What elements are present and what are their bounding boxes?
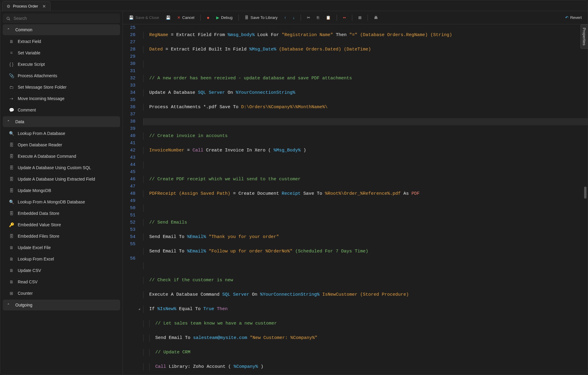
move-up-button[interactable]: ↑ xyxy=(282,14,289,21)
arrow-down-icon: ↓ xyxy=(293,15,295,20)
section-common[interactable]: ⌃ Common xyxy=(3,24,120,35)
sidebar-item-set-message-store[interactable]: 🗀Set Message Store Folder xyxy=(3,82,120,92)
svg-point-0 xyxy=(7,17,9,20)
tab-title: Process Order xyxy=(13,4,38,8)
library-icon: 🗄 xyxy=(245,15,249,20)
section-outgoing[interactable]: ⌃ Outgoing xyxy=(3,300,120,310)
gears-icon: ⚙ xyxy=(7,4,11,9)
sidebar-item-lookup-excel[interactable]: 🗎Lookup From Excel xyxy=(3,254,120,264)
save-icon: 💾 xyxy=(166,15,171,20)
comment-icon: 💬 xyxy=(9,108,14,112)
sidebar-item-update-db-sql[interactable]: 🗄Update A Database Using Custom SQL xyxy=(3,163,120,173)
sidebar-item-execute-script[interactable]: { }Execute Script xyxy=(3,59,120,69)
sidebar: ⌃ Common 🗎Extract Field =Set Variable { … xyxy=(0,11,123,375)
separator xyxy=(352,15,352,21)
database-icon: 🗄 xyxy=(9,165,14,170)
database-icon: 🗄 xyxy=(9,142,14,147)
section-data[interactable]: ⌃ Data xyxy=(3,116,120,127)
folder-icon: 🗀 xyxy=(9,85,14,90)
database-icon: 🗄 xyxy=(9,188,14,193)
save-button[interactable]: 💾 xyxy=(163,14,173,21)
sidebar-item-lookup-database[interactable]: 🔍Lookup From A Database xyxy=(3,128,120,139)
revert-icon: ↶ xyxy=(565,15,568,20)
search-icon: 🔍 xyxy=(9,131,14,136)
search-input[interactable] xyxy=(14,16,117,21)
sidebar-item-comment[interactable]: 💬Comment xyxy=(3,105,120,115)
document-icon: 🗎 xyxy=(9,39,14,44)
wrap-button[interactable]: ⊞ xyxy=(356,14,364,21)
sidebar-item-update-mongodb[interactable]: 🗄Update MongoDB xyxy=(3,185,120,196)
chevron-up-icon: ⌃ xyxy=(7,120,11,124)
record-button[interactable]: ● xyxy=(204,14,212,22)
breakpoint-button[interactable]: ▪▪ xyxy=(341,14,348,21)
save-library-button[interactable]: 🗄Save To Library xyxy=(242,14,280,21)
record-icon: ● xyxy=(207,15,210,20)
database-icon: 🗄 xyxy=(9,211,14,216)
csv-icon: 🗎 xyxy=(9,268,14,273)
excel-icon: 🗎 xyxy=(9,257,14,261)
sidebar-item-update-db-field[interactable]: 🗄Update A Database Using Extracted Field xyxy=(3,174,120,184)
copy-button[interactable]: ⎘ xyxy=(314,14,322,21)
paste-icon: 📋 xyxy=(326,15,331,20)
svg-line-1 xyxy=(9,19,10,20)
sidebar-item-execute-db-command[interactable]: 🗄Execute A Database Command xyxy=(3,151,120,161)
move-down-button[interactable]: ↓ xyxy=(290,14,297,21)
sidebar-item-counter[interactable]: ⊞Counter xyxy=(3,288,120,298)
fold-icon[interactable]: ◢ xyxy=(138,306,140,313)
tab-process-order[interactable]: ⚙ Process Order ✕ xyxy=(2,1,50,11)
paste-button[interactable]: 📋 xyxy=(323,14,333,21)
close-icon[interactable]: ✕ xyxy=(42,4,46,9)
debug-button[interactable]: ▶Debug xyxy=(214,14,235,21)
sidebar-item-embedded-files[interactable]: 🗄Embedded Files Store xyxy=(3,231,120,241)
code-area[interactable]: 2526272829303132333435363738394041424344… xyxy=(123,24,588,375)
save-icon: 💾 xyxy=(129,15,134,20)
chevron-up-icon: ⌃ xyxy=(7,28,11,32)
wrap-icon: ⊞ xyxy=(358,15,362,20)
separator xyxy=(238,15,239,21)
equals-icon: = xyxy=(9,50,14,55)
copy-icon: ⎘ xyxy=(317,15,319,20)
print-button[interactable]: 🖶 xyxy=(371,14,380,21)
scrollbar-thumb[interactable] xyxy=(584,187,586,199)
scissors-icon: ✂ xyxy=(307,15,310,20)
sidebar-item-process-attachments[interactable]: 📎Process Attachments xyxy=(3,71,120,81)
line-gutter: 2526272829303132333435363738394041424344… xyxy=(123,24,141,375)
excel-icon: 🗎 xyxy=(9,245,14,250)
code-content[interactable]: RegName = Extract Field From %msg_body% … xyxy=(141,24,588,375)
sidebar-item-embedded-value[interactable]: 🔑Embedded Value Store xyxy=(3,220,120,230)
sidebar-item-open-db-reader[interactable]: 🗄Open Database Reader xyxy=(3,140,120,150)
separator xyxy=(337,15,337,21)
database-icon: 🗄 xyxy=(9,177,14,181)
save-close-button[interactable]: 💾Save & Close xyxy=(126,14,162,21)
toolbar: 💾Save & Close 💾 ✕Cancel ● ▶Debug 🗄Save T… xyxy=(123,11,588,24)
counter-icon: ⊞ xyxy=(9,291,14,296)
sidebar-item-extract-field[interactable]: 🗎Extract Field xyxy=(3,36,120,47)
sidebar-item-read-csv[interactable]: 🗎Read CSV xyxy=(3,277,120,287)
sidebar-item-update-csv[interactable]: 🗎Update CSV xyxy=(3,265,120,276)
revert-button[interactable]: ↶Revert xyxy=(563,14,584,21)
sidebar-item-update-excel[interactable]: 🗎Update Excel File xyxy=(3,242,120,253)
cancel-button[interactable]: ✕Cancel xyxy=(175,14,197,21)
search-icon xyxy=(6,16,11,21)
sidebar-item-embedded-data[interactable]: 🗄Embedded Data Store xyxy=(3,208,120,218)
search-icon: 🔍 xyxy=(9,200,14,204)
sidebar-item-lookup-mongodb[interactable]: 🔍Lookup From A MongoDB Database xyxy=(3,197,120,207)
print-icon: 🖶 xyxy=(374,15,378,20)
separator xyxy=(368,15,368,21)
section-label: Outgoing xyxy=(15,303,32,307)
braces-icon: { } xyxy=(9,62,14,67)
key-icon: 🔑 xyxy=(9,222,14,227)
cut-button[interactable]: ✂ xyxy=(305,14,313,21)
separator xyxy=(200,15,201,21)
section-label: Common xyxy=(15,27,32,32)
properties-panel-tab[interactable]: Properties xyxy=(580,24,588,49)
section-label: Data xyxy=(15,119,24,124)
csv-icon: 🗎 xyxy=(9,279,14,284)
separator xyxy=(301,15,301,21)
chevron-up-icon: ⌃ xyxy=(7,303,11,307)
sidebar-item-move-incoming[interactable]: ⇢Move Incoming Message xyxy=(3,93,120,104)
breakpoint-icon: ▪▪ xyxy=(343,15,346,20)
play-icon: ▶ xyxy=(216,15,219,20)
sidebar-item-set-variable[interactable]: =Set Variable xyxy=(3,48,120,58)
search-box[interactable] xyxy=(3,14,120,23)
